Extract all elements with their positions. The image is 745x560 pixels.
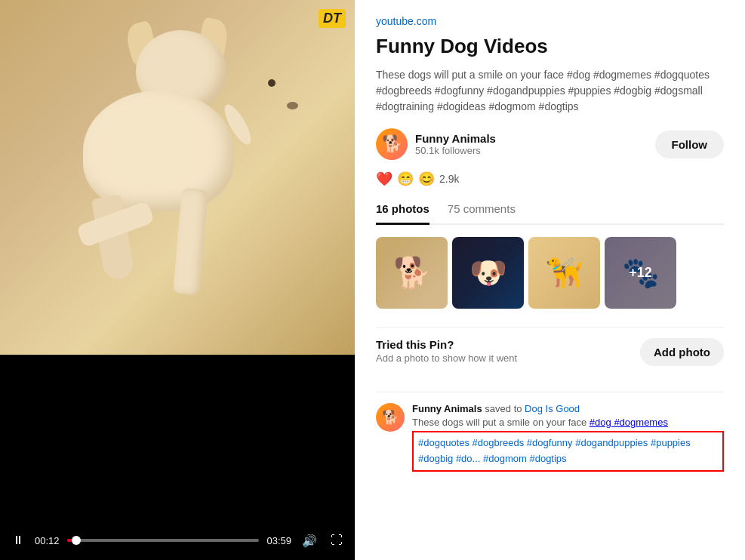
comment-saved-to-link[interactable]: Dog Is Good bbox=[525, 403, 580, 414]
comment-header: Funny Animals saved to Dog Is Good bbox=[412, 403, 724, 414]
try-pin-section: Tried this Pin? Add a photo to show how … bbox=[376, 327, 724, 377]
channel-row: 🐕 Funny Animals 50.1k followers Follow bbox=[376, 128, 724, 160]
photo-thumb-more[interactable]: 🐾 +12 bbox=[605, 237, 676, 309]
play-pause-icon: ⏸ bbox=[12, 534, 24, 547]
photo-thumb-3[interactable]: 🦮 bbox=[528, 237, 600, 309]
reaction-smile: 😊 bbox=[418, 171, 435, 187]
play-pause-button[interactable]: ⏸ bbox=[9, 534, 27, 547]
source-link[interactable]: youtube.com bbox=[376, 15, 724, 27]
comment-row: 🐕 Funny Animals saved to Dog Is Good The… bbox=[376, 403, 724, 472]
comment-hashtags-boxed: #dogquotes #dogbreeds #dogfunny #dogandp… bbox=[412, 431, 724, 472]
channel-name: Funny Animals bbox=[415, 132, 496, 145]
reactions-row: ❤️ 😁 😊 2.9k bbox=[376, 171, 724, 187]
dog-body bbox=[83, 91, 234, 211]
channel-details: Funny Animals 50.1k followers bbox=[415, 132, 496, 156]
channel-avatar[interactable]: 🐕 bbox=[376, 128, 408, 160]
photo-thumb-1[interactable]: 🐕 bbox=[376, 237, 448, 309]
reaction-count: 2.9k bbox=[439, 173, 459, 185]
channel-followers: 50.1k followers bbox=[415, 145, 496, 156]
try-pin-subtitle: Add a photo to show how it went bbox=[376, 352, 517, 364]
video-description: These dogs will put a smile on your face… bbox=[376, 67, 724, 115]
comment-saved-text: saved to bbox=[485, 403, 525, 414]
video-thumbnail[interactable]: DT bbox=[0, 0, 355, 355]
video-controls: ⏸ 00:12 03:59 🔊 ⛶ bbox=[0, 521, 355, 560]
reaction-grin: 😁 bbox=[397, 171, 414, 187]
comment-hashtag-links[interactable]: #dog #dogmemes bbox=[590, 417, 668, 428]
try-pin-title: Tried this Pin? bbox=[376, 338, 517, 351]
main-container: DT ⏸ 00:12 bbox=[0, 0, 745, 560]
comment-author: Funny Animals bbox=[412, 403, 482, 414]
comment-intro-text: These dogs will put a smile on your face… bbox=[412, 417, 724, 428]
comment-avatar[interactable]: 🐕 bbox=[376, 403, 405, 432]
tab-photos[interactable]: 16 photos bbox=[376, 202, 429, 225]
follow-button[interactable]: Follow bbox=[655, 131, 725, 158]
progress-thumb[interactable] bbox=[72, 536, 81, 545]
comment-section: 🐕 Funny Animals saved to Dog Is Good The… bbox=[376, 392, 724, 472]
volume-icon: 🔊 bbox=[302, 534, 317, 548]
reaction-heart: ❤️ bbox=[376, 171, 393, 187]
channel-info: 🐕 Funny Animals 50.1k followers bbox=[376, 128, 496, 160]
add-photo-button[interactable]: Add photo bbox=[640, 338, 724, 366]
dog-figure bbox=[60, 15, 272, 302]
comment-body: Funny Animals saved to Dog Is Good These… bbox=[412, 403, 724, 472]
photo-thumb-2[interactable]: 🐶 bbox=[452, 237, 524, 309]
dog-eye bbox=[268, 79, 276, 87]
video-title: Funny Dog Videos bbox=[376, 35, 724, 58]
total-time: 03:59 bbox=[266, 535, 291, 546]
watermark-badge: DT bbox=[319, 9, 346, 28]
tabs-row: 16 photos 75 comments bbox=[376, 202, 724, 225]
thumb-dog-2: 🐶 bbox=[452, 237, 524, 309]
current-time: 00:12 bbox=[35, 535, 60, 546]
content-section: youtube.com Funny Dog Videos These dogs … bbox=[355, 0, 745, 560]
fullscreen-button[interactable]: ⛶ bbox=[328, 534, 346, 547]
try-pin-text: Tried this Pin? Add a photo to show how … bbox=[376, 338, 517, 364]
volume-button[interactable]: 🔊 bbox=[299, 534, 320, 548]
thumb-dog-3: 🦮 bbox=[528, 237, 600, 309]
tab-comments[interactable]: 75 comments bbox=[448, 202, 516, 225]
avatar-emoji: 🐕 bbox=[382, 134, 402, 154]
progress-bar[interactable] bbox=[67, 539, 260, 542]
photos-grid: 🐕 🐶 🦮 🐾 +12 bbox=[376, 237, 724, 309]
video-player: DT ⏸ 00:12 bbox=[0, 0, 355, 560]
dog-nose bbox=[287, 102, 298, 109]
comment-avatar-emoji: 🐕 bbox=[382, 409, 399, 426]
more-photos-overlay: +12 bbox=[605, 237, 676, 309]
fullscreen-icon: ⛶ bbox=[331, 534, 343, 547]
thumb-dog-1: 🐕 bbox=[376, 237, 448, 309]
